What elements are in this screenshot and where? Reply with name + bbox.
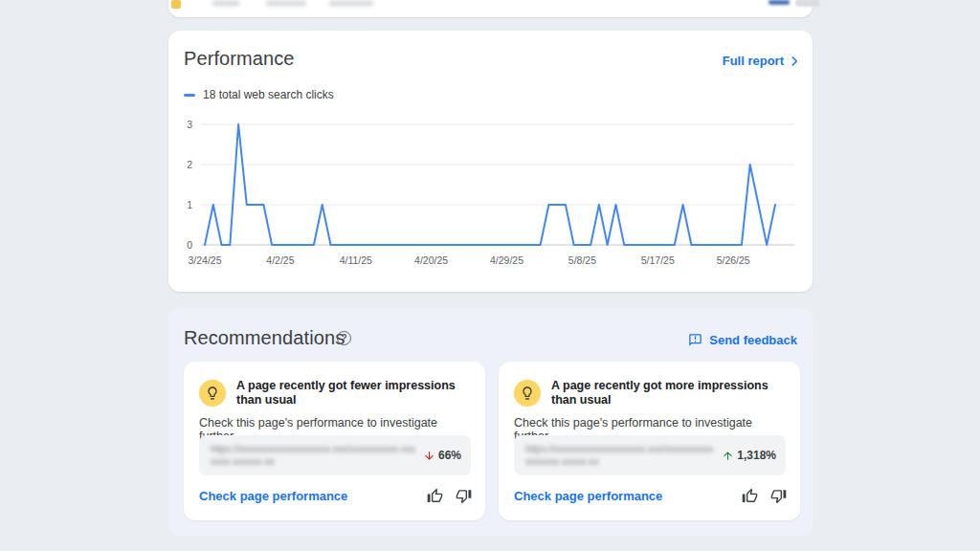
thumbs-up-button[interactable] <box>427 488 443 504</box>
recommendations-panel: Recommendations ? Send feedback A page r… <box>168 308 813 536</box>
check-page-performance-link[interactable]: Check page performance <box>514 489 662 503</box>
performance-card: Performance Full report 18 total web sea… <box>168 31 813 292</box>
check-page-performance-link[interactable]: Check page performance <box>199 489 347 503</box>
svg-text:2: 2 <box>187 159 192 170</box>
recommendations-title: Recommendations <box>184 327 345 349</box>
feedback-icon <box>688 333 702 347</box>
blurred-url-line: https://xxxxxxxxxxxxxxxxxxx.xxx/xxxxxxxx… <box>525 443 714 455</box>
change-value: 66% <box>438 449 461 462</box>
send-feedback-label: Send feedback <box>709 333 797 347</box>
blurred-url-line: xxxxxxx-xxxxx-xx <box>525 455 714 468</box>
legend-line-swatch <box>184 94 195 97</box>
top-notice-link[interactable] <box>768 0 790 5</box>
blurred-notice-text <box>266 1 306 6</box>
performance-title: Performance <box>184 48 295 70</box>
send-feedback-link[interactable]: Send feedback <box>688 333 797 347</box>
clicks-line-chart-svg: 01233/24/254/2/254/11/254/20/254/29/255/… <box>201 121 794 276</box>
recommendation-header: A page recently got fewer impressions th… <box>199 379 472 408</box>
recommendation-header: A page recently got more impressions tha… <box>514 379 787 408</box>
help-icon[interactable]: ? <box>337 331 351 345</box>
svg-text:3/24/25: 3/24/25 <box>188 254 221 266</box>
thumbs-down-button[interactable] <box>456 488 472 504</box>
recommendation-card-fewer-impressions: A page recently got fewer impressions th… <box>184 362 485 520</box>
lightbulb-icon <box>199 380 226 407</box>
svg-text:0: 0 <box>187 239 192 251</box>
svg-text:5/17/25: 5/17/25 <box>641 254 675 266</box>
blurred-notice-text <box>329 1 373 6</box>
blurred-url: https://xxxxxxxxxxxxxxxxxxx.xxx/xxxxxxxx… <box>211 443 415 468</box>
recommendation-card-more-impressions: A page recently got more impressions tha… <box>499 362 800 520</box>
svg-text:5/8/25: 5/8/25 <box>568 254 596 266</box>
top-notice-card <box>168 0 813 17</box>
svg-text:4/2/25: 4/2/25 <box>266 254 294 266</box>
legend-label: 18 total web search clicks <box>203 88 334 101</box>
thumbs-down-button[interactable] <box>770 488 787 504</box>
clicks-chart: 01233/24/254/2/254/11/254/20/254/29/255/… <box>201 121 794 276</box>
feedback-thumbs <box>427 488 472 504</box>
full-report-link[interactable]: Full report <box>723 54 801 68</box>
blurred-url-line: xxxx-xxxxxx-xx <box>211 455 415 468</box>
svg-text:5/26/25: 5/26/25 <box>717 254 750 266</box>
chart-legend: 18 total web search clicks <box>184 88 334 101</box>
arrow-down-icon <box>423 450 435 462</box>
url-pill: https://xxxxxxxxxxxxxxxxxxx.xxx/xxxxxxxx… <box>514 435 786 475</box>
change-indicator: 66% <box>423 449 461 462</box>
svg-text:4/29/25: 4/29/25 <box>490 254 523 266</box>
arrow-up-icon <box>722 450 734 462</box>
blurred-url: https://xxxxxxxxxxxxxxxxxxx.xxx/xxxxxxxx… <box>525 443 714 468</box>
recommendation-footer: Check page performance <box>514 488 787 504</box>
full-report-label: Full report <box>723 54 784 68</box>
top-notice-button[interactable] <box>795 0 819 7</box>
change-indicator: 1,318% <box>722 449 776 462</box>
recommendation-footer: Check page performance <box>199 488 472 504</box>
url-pill: https://xxxxxxxxxxxxxxxxxxx.xxx/xxxxxxxx… <box>199 435 471 475</box>
svg-text:1: 1 <box>187 199 192 210</box>
recommendation-headline: A page recently got more impressions tha… <box>551 379 787 408</box>
blurred-url-line: https://xxxxxxxxxxxxxxxxxxx.xxx/xxxxxxxx… <box>211 443 415 455</box>
feedback-thumbs <box>742 488 787 504</box>
chevron-right-icon <box>788 55 801 68</box>
lightbulb-icon <box>514 380 541 407</box>
thumbs-up-button[interactable] <box>742 488 758 504</box>
notice-icon <box>171 0 181 9</box>
blurred-notice-text <box>212 1 239 6</box>
svg-text:4/11/25: 4/11/25 <box>340 254 372 266</box>
change-value: 1,318% <box>737 449 776 462</box>
recommendation-headline: A page recently got fewer impressions th… <box>236 379 472 408</box>
svg-text:3: 3 <box>187 119 192 130</box>
svg-text:4/20/25: 4/20/25 <box>414 254 448 266</box>
